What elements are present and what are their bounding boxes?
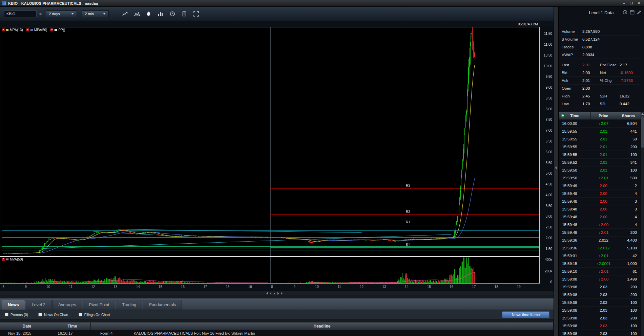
- mountain-chart-icon[interactable]: [133, 10, 141, 18]
- time-sales-row: 15:59:082.03200: [559, 283, 641, 291]
- panel-splitter[interactable]: [554, 7, 558, 336]
- scroll-right-icon[interactable]: [281, 292, 283, 295]
- tab-averages[interactable]: Averages: [52, 300, 82, 310]
- brush-icon[interactable]: [145, 10, 153, 18]
- add-column-icon[interactable]: [561, 114, 564, 118]
- document-icon[interactable]: [180, 10, 188, 18]
- news-header-time[interactable]: Time: [54, 322, 91, 330]
- trade-price: ↓2.00: [591, 223, 616, 227]
- scroll-right-icon[interactable]: [277, 292, 279, 295]
- level1-label: Last: [559, 63, 582, 67]
- trade-shares: 200: [616, 293, 641, 297]
- trade-price: 2.03: [591, 316, 616, 320]
- time-header-label: Time: [570, 114, 579, 118]
- level1-value: 2.01: [582, 79, 600, 83]
- tab-news[interactable]: News: [2, 300, 25, 310]
- tab-trading[interactable]: Trading: [116, 300, 142, 310]
- trade-price: 2.01: [591, 168, 616, 172]
- time-sales-header-time[interactable]: Time: [559, 112, 591, 120]
- chart-scroll-controls[interactable]: [266, 292, 283, 295]
- fullscreen-icon[interactable]: [192, 10, 200, 18]
- trade-shares: 100: [616, 308, 641, 312]
- trade-shares: 1,000: [616, 262, 641, 266]
- chart-timestamp: 05:01:43 PM: [518, 22, 538, 26]
- chart-scrollbar[interactable]: [0, 291, 554, 295]
- level1-panel: Level 1 Data Volume3,257,980$ Volume6,52…: [558, 7, 644, 336]
- scroll-center-icon[interactable]: [273, 293, 276, 294]
- down-arrow-icon: ↓: [599, 270, 600, 273]
- tab-fundamentals[interactable]: Fundamentals: [143, 300, 182, 310]
- trade-price: ↓2.01: [591, 269, 616, 273]
- clock-icon[interactable]: [623, 10, 627, 16]
- news-row[interactable]: Nov 18, 2015 16:10:17 Form 4 KALOBIOS PH…: [0, 330, 554, 336]
- minimize-button[interactable]: –: [620, 1, 628, 6]
- tab-pivot-point[interactable]: Pivot Point: [83, 300, 116, 310]
- news-header-date[interactable]: Date: [0, 322, 54, 330]
- level1-value: 3,257,980: [582, 29, 641, 33]
- level1-row: Trades8,898: [559, 43, 641, 51]
- line-chart-icon[interactable]: [121, 10, 129, 18]
- maximize-button[interactable]: ❐: [628, 1, 635, 6]
- checkbox-box[interactable]: [5, 313, 8, 316]
- time-sales-header-price[interactable]: Price: [591, 112, 616, 120]
- trade-shares: 4: [616, 223, 641, 227]
- checkbox-box[interactable]: [79, 313, 82, 316]
- scroll-left-icon[interactable]: [266, 292, 268, 295]
- checkbox-box[interactable]: [38, 313, 42, 316]
- time-sales-row: 15:59:082.03200: [559, 291, 641, 299]
- trade-shares: 3: [616, 199, 641, 203]
- chart-column: » 2 days 2 min 05:01:43 PM: [0, 7, 554, 336]
- trade-shares: 100: [616, 153, 641, 157]
- trade-shares: 200: [616, 230, 641, 234]
- time-sales-header-shares[interactable]: Shares: [616, 112, 641, 120]
- expand-symbol-button[interactable]: »: [39, 11, 42, 16]
- price-chart-canvas[interactable]: [0, 27, 554, 291]
- trade-time: 15:59:08: [559, 332, 591, 336]
- bar-chart-icon[interactable]: [157, 10, 165, 18]
- level1-row: High2.4552H16.32: [559, 92, 641, 100]
- legend-item: PP(): [50, 28, 65, 32]
- level1-value: 2.17: [620, 63, 641, 67]
- level1-label: 52L: [600, 102, 620, 106]
- close-icon[interactable]: [26, 28, 29, 31]
- collapse-panel-icon[interactable]: [555, 166, 557, 169]
- close-button[interactable]: ✕: [635, 1, 643, 6]
- trade-time: 15:59:50: [559, 176, 591, 180]
- close-icon[interactable]: [50, 28, 53, 31]
- scrollbar-thumb[interactable]: [641, 116, 644, 148]
- level1-row: VWAP2.0034: [559, 51, 641, 59]
- legend-label: MVA(50): [10, 257, 23, 261]
- time-sales-row: 15:59:48↓2.004: [559, 221, 641, 229]
- pencil-icon[interactable]: [637, 10, 641, 16]
- scroll-up-icon[interactable]: [641, 112, 644, 116]
- level1-label: Ask: [559, 79, 582, 83]
- time-sales-scrollbar[interactable]: [641, 112, 644, 336]
- news-time-frame-button[interactable]: News time frame: [502, 311, 549, 318]
- symbol-input[interactable]: [4, 10, 37, 17]
- time-sales-row: 15:59:082.03100: [559, 322, 641, 330]
- checkbox-filings-on-chart[interactable]: Filings On Chart: [79, 313, 110, 317]
- news-header-headline[interactable]: Headline: [91, 322, 554, 330]
- trade-time: 15:59:48: [559, 207, 591, 211]
- close-icon[interactable]: [2, 258, 5, 261]
- close-icon[interactable]: [2, 28, 5, 31]
- trade-shares: 100: [616, 332, 641, 336]
- trade-price: 2.03: [591, 308, 616, 312]
- tab-level-2[interactable]: Level 2: [26, 300, 51, 310]
- trade-price: 2.01: [591, 137, 616, 141]
- trade-time: 15:59:36: [559, 246, 591, 250]
- level1-single-rows: Volume3,257,980$ Volume6,527,124Trades8,…: [559, 28, 641, 59]
- calendar-icon[interactable]: [630, 10, 635, 16]
- clock-icon[interactable]: [168, 10, 176, 18]
- scroll-left-icon[interactable]: [270, 292, 271, 295]
- checkbox-news-on-chart[interactable]: News On Chart: [38, 313, 68, 317]
- trade-time: 15:59:08: [559, 300, 591, 305]
- volume-legend: MVA(50): [2, 257, 23, 261]
- interval-select[interactable]: 2 min: [82, 10, 109, 17]
- news-controls: Promos (0)News On ChartFilings On ChartN…: [0, 310, 554, 319]
- range-select[interactable]: 2 days: [46, 10, 77, 17]
- trade-time: 15:59:55: [559, 153, 591, 157]
- time-sales-row: 15:59:492.004: [559, 190, 641, 198]
- trade-time: 15:59:15: [559, 262, 591, 266]
- checkbox-promos-0-[interactable]: Promos (0): [5, 313, 28, 317]
